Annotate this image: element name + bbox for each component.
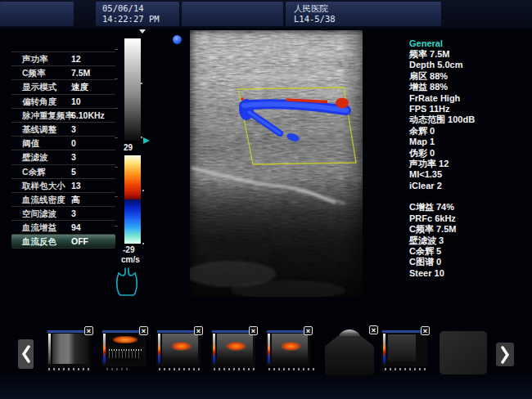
param-label: 血流线密度 <box>22 195 65 206</box>
datetime-box: 05/06/14 14:22:27 PM <box>96 2 179 26</box>
thumb-colorbar <box>158 334 160 364</box>
setting-line: C增益 74% <box>409 202 530 213</box>
thumb-colorbar <box>383 334 385 364</box>
thumbnail-color-doppler[interactable]: × <box>266 330 310 366</box>
param-value: 94 <box>71 222 81 232</box>
param-value: 12 <box>71 54 81 64</box>
setting-line: 频率 7.5M <box>409 49 530 60</box>
setting-line: 余辉 0 <box>409 126 530 137</box>
param-label: 空间滤波 <box>22 208 56 220</box>
thumb-graybar <box>48 334 51 364</box>
param-label: 脉冲重复频率 <box>22 110 74 122</box>
close-icon[interactable]: × <box>194 326 203 335</box>
param-row[interactable]: 阈值0 <box>11 136 115 150</box>
close-icon[interactable]: × <box>304 326 313 335</box>
thumbnail-color-doppler[interactable]: × <box>211 330 255 366</box>
date-text: 05/06/14 <box>102 3 179 14</box>
velocity-unit-label: cm/s <box>121 255 140 264</box>
spectral-trace <box>109 351 142 359</box>
thumbnail-small[interactable]: × <box>381 330 427 366</box>
velocity-max-label: 29 <box>124 143 133 152</box>
time-text: 14:22:27 PM <box>102 14 179 25</box>
thumb-image <box>52 334 88 364</box>
thumb-titlebar <box>382 330 426 333</box>
thumb-filmstrip-dots <box>106 368 128 370</box>
param-label: C余辉 <box>22 167 46 178</box>
thumb-filmstrip-dots <box>214 368 256 370</box>
param-row[interactable]: 偏转角度10 <box>11 94 115 108</box>
close-icon[interactable]: × <box>369 325 378 334</box>
ultrasound-screen: 05/06/14 14:22:27 PM 人民医院 L14-5/38 声功率12… <box>0 0 532 399</box>
body-position-marker-icon[interactable] <box>114 267 140 301</box>
param-row[interactable]: 血流线密度高 <box>11 192 115 206</box>
setting-line: MI<1.35 <box>409 169 530 180</box>
param-value: 0 <box>71 138 76 148</box>
thumb-image <box>107 334 143 364</box>
param-row[interactable]: 空间滤波3 <box>11 206 115 220</box>
ruler-tick <box>115 49 118 50</box>
param-row-selected[interactable]: 血流反色OFF <box>11 234 115 248</box>
param-row[interactable]: 血流增益94 <box>11 220 115 234</box>
param-value: 3 <box>71 152 76 162</box>
param-label: 血流增益 <box>22 222 56 234</box>
thumbnail-color-doppler[interactable]: × <box>156 330 201 366</box>
param-row[interactable]: 取样包大小13 <box>11 178 115 192</box>
setting-line: C频率 7.5M <box>409 224 530 235</box>
right-chevron-icon <box>500 346 510 364</box>
param-value: 3 <box>71 124 76 134</box>
topbar-empty-box-left <box>0 2 74 26</box>
param-value: 6.10KHz <box>71 110 105 120</box>
close-icon[interactable]: × <box>421 326 430 335</box>
close-icon[interactable]: × <box>139 326 148 335</box>
focus-position-icon[interactable] <box>142 133 151 148</box>
setting-line: Depth 5.0cm <box>409 60 530 70</box>
settings-section-title: General <box>409 38 530 49</box>
param-row[interactable]: C频率7.5M <box>11 65 115 79</box>
param-row[interactable]: C余辉5 <box>11 164 115 178</box>
thumbnail-probe-image[interactable]: × <box>323 329 376 375</box>
close-icon[interactable]: × <box>249 326 258 335</box>
setting-line: PRFc 6kHz <box>409 213 530 224</box>
param-row[interactable]: 显示模式速度 <box>11 79 115 93</box>
velocity-min-label: -29 <box>123 245 134 254</box>
probe-body <box>325 336 374 375</box>
setting-line: 扇区 88% <box>409 71 530 82</box>
thumb-image <box>217 334 253 364</box>
ultrasound-image[interactable] <box>190 30 363 297</box>
color-settings-block: C增益 74% PRFc 6kHz C频率 7.5M 壁滤波 3 C余辉 5 C… <box>409 202 530 279</box>
param-row[interactable]: 声功率12 <box>11 52 115 65</box>
thumb-image <box>272 334 308 364</box>
ruler-tick <box>115 78 118 79</box>
param-row[interactable]: 脉冲重复频率6.10KHz <box>11 108 115 122</box>
thumb-colorbar <box>213 334 215 364</box>
param-row[interactable]: 壁滤波3 <box>11 150 115 164</box>
param-label: 阈值 <box>22 138 39 150</box>
param-label: 偏转角度 <box>22 96 56 108</box>
bar-marker-dot <box>142 243 144 244</box>
close-icon[interactable]: × <box>84 326 93 335</box>
thumbnails-next-button[interactable] <box>496 343 514 366</box>
setting-line: Steer 10 <box>409 268 530 279</box>
bar-marker-dot <box>141 83 142 84</box>
thumbnail-bmode[interactable]: × <box>47 330 91 366</box>
setting-line: C图谱 0 <box>409 257 530 267</box>
setting-line: FrRate High <box>409 93 530 104</box>
thumbnail-spectral[interactable]: × <box>101 330 146 366</box>
doppler-blob <box>171 342 191 351</box>
ruler-tick <box>115 167 118 168</box>
doppler-parameter-panel: 声功率12 C频率7.5M 显示模式速度 偏转角度10 脉冲重复频率6.10KH… <box>11 52 115 249</box>
param-row[interactable]: 基线调整3 <box>11 122 115 136</box>
param-label: 声功率 <box>22 54 48 65</box>
ruler-tick <box>115 196 118 197</box>
thumb-filmstrip-dots <box>385 368 427 370</box>
thumbnail-empty-slot[interactable] <box>440 331 487 374</box>
param-label: 血流反色 <box>22 236 56 248</box>
setting-line: 动态范围 100dB <box>409 114 530 125</box>
hospital-box: 人民医院 L14-5/38 <box>286 2 441 26</box>
pointer-marker-icon <box>139 29 146 34</box>
ruler-tick <box>115 137 118 138</box>
grayscale-map-bar <box>124 38 141 141</box>
thumbnails-prev-button[interactable] <box>18 339 34 369</box>
param-value: 高 <box>71 195 80 206</box>
thumb-filmstrip-dots <box>159 368 200 370</box>
